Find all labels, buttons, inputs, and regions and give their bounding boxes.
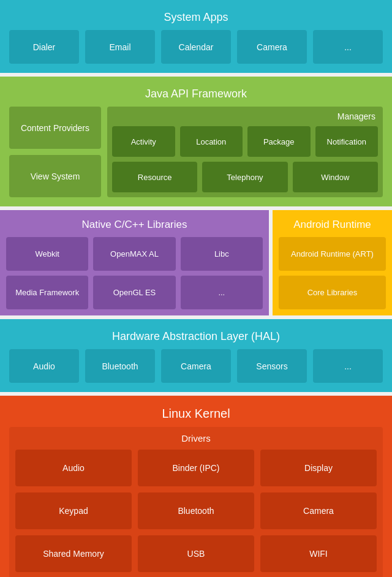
lib-opengl: OpenGL ES	[93, 276, 175, 309]
runtime-core-libs: Core Libraries	[279, 276, 386, 309]
hal-layer: Hardware Abstraction Layer (HAL) Audio B…	[0, 319, 392, 392]
runtime-layer: Android Runtime Android Runtime (ART) Co…	[273, 210, 392, 315]
driver-wifi: WIFI	[260, 535, 377, 572]
managers-col: Managers Activity Location Package Notif…	[107, 107, 383, 197]
manager-telephony: Telephony	[202, 162, 287, 192]
managers-grid-row2: Resource Telephony Window	[112, 162, 378, 192]
manager-location: Location	[180, 126, 243, 157]
system-apps-row: Dialer Email Calendar Camera ...	[9, 30, 383, 64]
hal-sensors: Sensors	[237, 349, 307, 383]
native-title: Native C/C++ Libraries	[6, 216, 263, 237]
drivers-grid: Audio Binder (IPC) Display Keypad Blueto…	[15, 450, 377, 572]
driver-audio: Audio	[15, 450, 132, 486]
manager-activity: Activity	[112, 126, 175, 157]
native-runtime-layer: Native C/C++ Libraries Webkit OpenMAX AL…	[0, 210, 392, 315]
hal-bluetooth: Bluetooth	[85, 349, 155, 383]
runtime-boxes: Android Runtime (ART) Core Libraries	[279, 237, 386, 309]
manager-resource: Resource	[112, 162, 197, 192]
lib-media-framework: Media Framework	[6, 276, 88, 309]
system-apps-layer: System Apps Dialer Email Calendar Camera…	[0, 0, 392, 73]
manager-notification: Notification	[315, 126, 379, 157]
java-api-inner: Content Providers View System Managers A…	[9, 107, 383, 197]
driver-bluetooth: Bluetooth	[138, 492, 254, 529]
linux-layer: Linux Kernel Drivers Audio Binder (IPC) …	[0, 396, 392, 577]
app-calendar: Calendar	[161, 30, 231, 64]
hal-title: Hardware Abstraction Layer (HAL)	[9, 325, 383, 349]
lib-openmax: OpenMAX AL	[93, 237, 175, 271]
runtime-title: Android Runtime	[279, 216, 386, 237]
drivers-container: Drivers Audio Binder (IPC) Display Keypa…	[9, 427, 383, 577]
hal-row: Audio Bluetooth Camera Sensors ...	[9, 349, 383, 383]
driver-usb: USB	[138, 535, 254, 572]
managers-grid-row1: Activity Location Package Notification	[112, 126, 378, 157]
hal-camera: Camera	[161, 349, 231, 383]
hal-audio: Audio	[9, 349, 79, 383]
java-api-title: Java API Framework	[9, 83, 383, 107]
app-camera: Camera	[237, 30, 307, 64]
content-providers-col: Content Providers View System	[9, 107, 101, 197]
linux-title: Linux Kernel	[9, 402, 383, 427]
lib-libc: Libc	[181, 237, 263, 271]
app-dialer: Dialer	[9, 30, 79, 64]
native-grid: Webkit OpenMAX AL Libc Media Framework O…	[6, 237, 263, 309]
lib-webkit: Webkit	[6, 237, 88, 271]
driver-binder: Binder (IPC)	[138, 450, 254, 486]
content-providers-box: Content Providers	[9, 107, 101, 149]
manager-window: Window	[293, 162, 378, 192]
system-apps-title: System Apps	[9, 6, 383, 30]
runtime-art: Android Runtime (ART)	[279, 237, 386, 271]
java-api-layer: Java API Framework Content Providers Vie…	[0, 77, 392, 206]
driver-keypad: Keypad	[15, 492, 132, 529]
app-email: Email	[85, 30, 155, 64]
driver-display: Display	[260, 450, 377, 486]
lib-more: ...	[181, 276, 263, 309]
drivers-title: Drivers	[15, 433, 377, 443]
native-layer: Native C/C++ Libraries Webkit OpenMAX AL…	[0, 210, 269, 315]
managers-label: Managers	[112, 111, 378, 121]
hal-more: ...	[313, 349, 383, 383]
driver-shared-memory: Shared Memory	[15, 535, 132, 572]
app-more: ...	[313, 30, 383, 64]
view-system-box: View System	[9, 155, 101, 197]
driver-camera: Camera	[260, 492, 377, 529]
manager-package: Package	[247, 126, 311, 157]
